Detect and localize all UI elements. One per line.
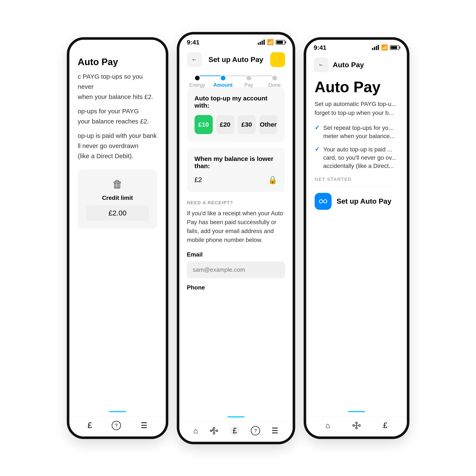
amount-30-button[interactable]: £30	[238, 115, 256, 134]
pound-icon: £	[230, 426, 239, 435]
check-item-2: ✓ Your auto top-up is paid ...card, so y…	[315, 145, 398, 170]
home-icon-right: ⌂	[325, 421, 330, 430]
bottom-nav: ⌂ £ ? ☰	[179, 422, 293, 442]
bottom-nav-right: ⌂ £	[306, 416, 407, 437]
bottom-nav: £ ? ☰	[69, 416, 166, 437]
menu-icon: ☰	[141, 421, 147, 430]
status-icons: 📶	[258, 39, 285, 46]
amount-other-button[interactable]: Other	[259, 115, 277, 134]
checkmark-2: ✓	[315, 146, 320, 170]
status-icons-right: 📶	[372, 44, 399, 51]
page-title: Set up Auto Pay	[208, 55, 263, 64]
amount-10-button[interactable]: £10	[195, 115, 213, 134]
step-dot-amount	[221, 76, 225, 80]
receipt-label: NEED A RECEIPT?	[187, 200, 285, 205]
step-label-amount: Amount	[213, 82, 233, 88]
nav-indicator-right	[348, 411, 365, 412]
topup-card: Auto top-up my account with: £10 £20 £30…	[187, 87, 285, 142]
nav-item-menu[interactable]: ☰	[272, 426, 278, 435]
wifi-icon-right: 📶	[381, 44, 388, 51]
pound-icon-right: £	[383, 421, 387, 430]
balance-amount: £2	[195, 176, 202, 184]
nav-item-home[interactable]: ⌂	[193, 426, 198, 435]
email-label: Email	[187, 251, 285, 258]
email-input-field[interactable]	[187, 261, 285, 278]
step-energy: Energy	[195, 76, 200, 80]
receipt-section: NEED A RECEIPT? If you'd like a receipt …	[187, 198, 285, 296]
step-line-2	[225, 75, 247, 76]
svg-line-7	[212, 429, 213, 430]
progress-steps: Energy Amount Pay Done	[179, 71, 293, 87]
check-item-1: ✓ Set repeat top-ups for yo...meter when…	[315, 124, 398, 140]
question-icon: ?	[251, 426, 260, 435]
step-amount: Amount	[221, 76, 225, 80]
lightning-icon: ⚡	[273, 55, 282, 64]
trash-icon: 🗑	[112, 178, 123, 190]
status-bar: 9:41 📶	[179, 34, 293, 48]
infinity-icon	[315, 193, 332, 210]
divider	[315, 186, 398, 187]
balance-card: When my balance is lower than: £2 🔒	[187, 148, 285, 192]
left-desc-3: op-up is paid with your bankll never go …	[69, 131, 166, 161]
step-line-1	[200, 75, 221, 76]
page-title-right: Auto Pay	[333, 61, 364, 69]
left-desc-1: c PAYG top-ups so you neverwhen your bal…	[69, 71, 166, 102]
step-dot-done	[272, 76, 277, 80]
step-done: Done	[272, 76, 277, 80]
network-icon	[209, 426, 219, 435]
topup-title: Auto top-up my account with:	[195, 95, 277, 109]
nav-item-pound-right[interactable]: £	[383, 421, 387, 430]
right-phone: 9:41 📶 ← Auto Pay Auto Pay Set up automa…	[304, 37, 409, 439]
nav-header: ← Set up Auto Pay ⚡	[179, 48, 293, 71]
pound-icon: £	[87, 421, 92, 430]
battery-icon	[276, 40, 285, 45]
nav-item-menu[interactable]: ☰	[141, 421, 147, 430]
nav-item-help[interactable]: ?	[112, 421, 121, 430]
phone-label: Phone	[187, 284, 285, 291]
amount-20-button[interactable]: £20	[216, 115, 234, 134]
nav-item-help[interactable]: ?	[251, 426, 260, 435]
right-main-title: Auto Pay	[306, 77, 407, 100]
nav-indicator	[109, 411, 126, 412]
nav-header-right: ← Auto Pay	[306, 53, 407, 77]
step-label-energy: Energy	[189, 82, 205, 88]
credit-limit-label: Credit limit	[102, 195, 133, 201]
status-bar-right: 9:41 📶	[306, 40, 407, 53]
left-desc-2: op-ups for your PAYGyour balance reaches…	[69, 106, 166, 126]
network-icon-right	[352, 421, 361, 430]
back-arrow-icon: ←	[191, 56, 197, 63]
step-pay: Pay	[247, 76, 251, 80]
signal-icon-right	[372, 45, 379, 50]
time-right: 9:41	[314, 44, 326, 51]
home-icon: ⌂	[193, 426, 198, 435]
back-button[interactable]: ←	[187, 52, 202, 67]
time: 9:41	[187, 39, 200, 46]
nav-item-network[interactable]	[209, 426, 219, 435]
center-phone: 9:41 📶 ← Set up Auto Pay ⚡	[177, 32, 295, 444]
nav-item-network-right[interactable]	[352, 421, 361, 430]
setup-btn-label: Set up Auto Pay	[337, 197, 391, 205]
left-phone: Auto Pay c PAYG top-ups so you neverwhen…	[67, 37, 168, 439]
step-dot-pay	[247, 76, 251, 80]
menu-icon: ☰	[272, 426, 278, 435]
step-line-3	[251, 75, 272, 76]
right-checklist: ✓ Set repeat top-ups for yo...meter when…	[306, 124, 407, 170]
right-description: Set up automatic PAYG top-u...forget to …	[306, 100, 407, 117]
balance-row: £2 🔒	[195, 175, 277, 184]
signal-icon	[258, 39, 265, 45]
nav-item-home-right[interactable]: ⌂	[325, 421, 330, 430]
email-input[interactable]	[193, 266, 279, 273]
question-icon: ?	[112, 421, 121, 430]
lightning-button[interactable]: ⚡	[270, 52, 285, 67]
back-button-right[interactable]: ←	[314, 57, 329, 72]
step-label-pay: Pay	[244, 82, 253, 88]
setup-autopay-button[interactable]: Set up Auto Pay	[306, 193, 407, 210]
main-content: Auto top-up my account with: £10 £20 £30…	[179, 87, 293, 296]
amount-buttons: £10 £20 £30 Other	[195, 115, 277, 134]
receipt-desc: If you'd like a receipt when your Auto P…	[187, 209, 285, 244]
checkmark-1: ✓	[315, 124, 320, 140]
nav-item-pound[interactable]: £	[87, 421, 92, 430]
get-started-label: GET STARTED	[306, 177, 407, 186]
nav-item-pound[interactable]: £	[230, 426, 239, 435]
nav-indicator	[228, 416, 244, 417]
